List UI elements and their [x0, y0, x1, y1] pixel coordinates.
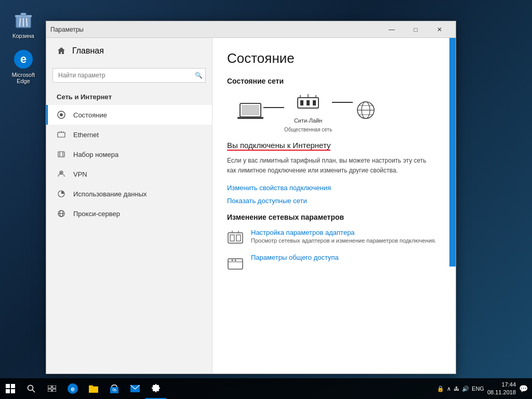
svg-rect-40	[236, 235, 241, 241]
settings-taskbar-button[interactable]	[145, 378, 166, 399]
search-taskbar-button[interactable]	[21, 378, 42, 399]
sidebar-home-button[interactable]: Главная	[46, 38, 212, 64]
laptop-device	[237, 102, 263, 123]
vpn-icon	[57, 169, 66, 179]
svg-point-51	[28, 385, 33, 391]
svg-rect-24	[242, 105, 259, 115]
recycle-bin-icon[interactable]: Корзина	[5, 8, 42, 41]
svg-rect-27	[300, 100, 303, 105]
data-usage-icon	[57, 189, 66, 198]
sidebar-item-label-status: Состояние	[73, 111, 107, 119]
router-device: Сити-Лайн Общественная сеть	[284, 92, 332, 132]
expand-tray-icon[interactable]: ∧	[447, 385, 451, 392]
sidebar-item-ethernet[interactable]: Ethernet	[46, 125, 212, 144]
internet-device	[353, 105, 379, 121]
taskbar: e 🛍	[0, 378, 532, 399]
explorer-taskbar-button[interactable]	[83, 378, 104, 399]
sidebar-item-status[interactable]: Состояние	[46, 105, 212, 125]
settings-window: Параметры — □ ✕ Главная	[46, 21, 456, 374]
taskbar-clock[interactable]: 17:44 08.11.2018	[487, 381, 516, 397]
net-line-2	[332, 102, 353, 103]
proxy-icon	[57, 209, 66, 218]
svg-rect-49	[6, 389, 10, 393]
svg-rect-53	[48, 385, 51, 388]
network-name: Сити-Лайн	[294, 117, 323, 124]
start-button[interactable]	[0, 378, 21, 399]
blue-accent	[449, 38, 456, 267]
sharing-settings-item[interactable]: Параметры общего доступа	[227, 254, 441, 271]
svg-line-3	[20, 18, 20, 26]
sidebar-item-label-proxy: Прокси-сервер	[73, 210, 120, 218]
sidebar-item-label-data-usage: Использование данных	[73, 190, 147, 198]
search-input[interactable]	[52, 68, 206, 83]
svg-line-52	[33, 390, 35, 393]
notification-icon[interactable]: 💬	[519, 384, 528, 393]
window-title: Параметры	[50, 26, 380, 33]
connected-section: Вы подключены к Интернету Если у вас лим…	[227, 136, 441, 205]
sidebar-item-data-usage[interactable]: Использование данных	[46, 184, 212, 204]
adapter-settings-icon	[227, 230, 244, 246]
svg-point-9	[60, 113, 63, 116]
status-icon	[57, 110, 66, 119]
network-taskbar-icon[interactable]: 🔒	[437, 385, 444, 392]
clock-time: 17:44	[487, 381, 516, 389]
recycle-bin-label: Корзина	[12, 33, 34, 39]
sidebar-item-label-ethernet: Ethernet	[73, 131, 99, 139]
desktop: Корзина e Microsoft Edge Параметры — □ ✕	[0, 0, 532, 399]
taskbar-right: 🔒 ∧ 🖧 🔊 ENG 17:44 08.11.2018 💬	[437, 381, 532, 397]
svg-text:e: e	[20, 52, 26, 65]
search-box: 🔍	[52, 68, 206, 83]
sidebar-item-vpn[interactable]: VPN	[46, 164, 212, 184]
titlebar: Параметры — □ ✕	[46, 21, 456, 38]
change-connection-link[interactable]: Изменить свойства подключения	[227, 184, 441, 192]
svg-rect-28	[307, 100, 310, 105]
adapter-settings-item[interactable]: Настройка параметров адаптера Просмотр с…	[227, 229, 441, 246]
sidebar-home-label: Главная	[72, 46, 104, 56]
minimize-button[interactable]: —	[380, 21, 404, 38]
adapter-settings-title[interactable]: Настройка параметров адаптера	[251, 229, 436, 236]
edge-desktop-icon[interactable]: e Microsoft Edge	[5, 47, 42, 86]
svg-rect-47	[6, 384, 10, 388]
taskbar-system-icons: 🔒 ∧ 🖧 🔊 ENG	[437, 385, 484, 392]
svg-rect-25	[237, 117, 263, 119]
sharing-settings-title[interactable]: Параметры общего доступа	[251, 254, 339, 261]
svg-text:e: e	[71, 385, 74, 393]
close-button[interactable]: ✕	[428, 21, 451, 38]
svg-rect-55	[48, 389, 51, 392]
clock-date: 08.11.2018	[487, 389, 516, 396]
svg-rect-2	[21, 13, 26, 16]
store-taskbar-button[interactable]: 🛍	[104, 378, 125, 399]
sharing-settings-text: Параметры общего доступа	[251, 254, 339, 261]
network-status-section-title: Состояние сети	[227, 77, 441, 85]
lang-taskbar[interactable]: ENG	[472, 385, 484, 392]
search-icon: 🔍	[195, 72, 203, 79]
sidebar-section-title: Сеть и Интернет	[46, 91, 212, 105]
page-title: Состояние	[227, 50, 441, 66]
svg-rect-54	[52, 385, 56, 388]
task-view-button[interactable]	[42, 378, 62, 399]
wifi-taskbar-icon[interactable]: 🖧	[454, 385, 459, 392]
sidebar-item-proxy[interactable]: Прокси-сервер	[46, 204, 212, 223]
svg-text:🛍: 🛍	[112, 388, 116, 392]
edge-label: Microsoft Edge	[12, 72, 35, 84]
info-text: Если у вас лимитный тарифный план, вы мо…	[227, 156, 435, 176]
edge-image: e	[13, 49, 34, 70]
volume-taskbar-icon[interactable]: 🔊	[462, 385, 469, 392]
show-networks-link[interactable]: Показать доступные сети	[227, 197, 441, 205]
window-controls: — □ ✕	[380, 21, 451, 38]
maximize-button[interactable]: □	[404, 21, 428, 38]
svg-rect-56	[52, 389, 56, 392]
window-body: Главная 🔍 Сеть и Интернет Состояние	[46, 38, 456, 374]
network-type: Общественная сеть	[284, 127, 332, 132]
mail-taskbar-button[interactable]	[125, 378, 145, 399]
sidebar-item-label-vpn: VPN	[73, 170, 87, 178]
sidebar-item-dialup[interactable]: Набор номера	[46, 144, 212, 164]
change-settings-title: Изменение сетевых параметров	[227, 213, 441, 221]
network-diagram: Сити-Лайн Общественная сеть	[227, 92, 441, 132]
svg-point-46	[235, 260, 236, 261]
sidebar: Главная 🔍 Сеть и Интернет Состояние	[46, 38, 212, 374]
edge-taskbar-button[interactable]: e	[62, 378, 83, 399]
recycle-bin-image	[13, 10, 34, 31]
svg-line-5	[26, 18, 27, 26]
main-content: Состояние Состояние сети	[212, 38, 456, 374]
